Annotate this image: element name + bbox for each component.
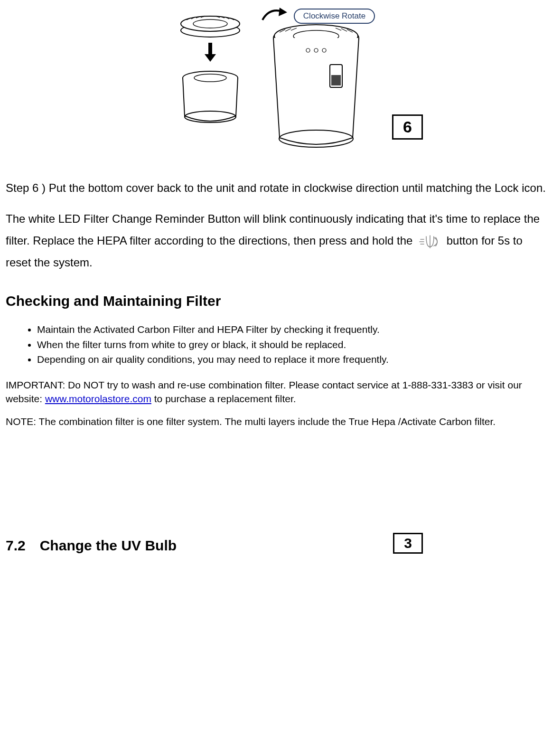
svg-point-14 bbox=[194, 74, 226, 82]
spacer bbox=[6, 438, 546, 533]
maintenance-bullet-list: Maintain the Activated Carbon Filter and… bbox=[6, 322, 546, 366]
svg-marker-12 bbox=[205, 54, 216, 62]
base-unit-icon bbox=[177, 69, 243, 126]
svg-rect-31 bbox=[331, 75, 341, 85]
lid-top-icon bbox=[177, 9, 243, 38]
step6-figure: Clockwise Rotate 6 bbox=[6, 5, 546, 161]
svg-point-2 bbox=[193, 19, 227, 28]
step-6-box: 6 bbox=[392, 114, 423, 140]
list-item: Maintain the Activated Carbon Filter and… bbox=[37, 322, 546, 336]
device-column: Clockwise Rotate bbox=[258, 5, 375, 161]
svg-rect-11 bbox=[208, 43, 212, 54]
lid-column bbox=[177, 5, 243, 161]
important-paragraph: IMPORTANT: Do NOT try to wash and re-use… bbox=[6, 378, 546, 406]
checking-maintaining-heading: Checking and Maintaining Filter bbox=[6, 293, 546, 309]
step6-paragraph: Step 6 ) Put the bottom cover back to th… bbox=[6, 180, 546, 196]
change-uv-bulb-heading: 7.2 Change the UV Bulb bbox=[6, 538, 177, 554]
down-arrow-icon bbox=[204, 42, 217, 66]
filter-reminder-paragraph: The white LED Filter Change Reminder But… bbox=[6, 208, 546, 273]
note-paragraph: NOTE: The combination filter is one filt… bbox=[6, 415, 546, 428]
page-number-box: 3 bbox=[393, 533, 423, 554]
website-link[interactable]: www.motorolastore.com bbox=[45, 393, 151, 404]
important-post: to purchase a replacement filter. bbox=[151, 393, 296, 404]
footer-row: 7.2 Change the UV Bulb 3 bbox=[6, 533, 546, 554]
svg-marker-16 bbox=[279, 8, 287, 16]
air-purifier-icon bbox=[266, 19, 366, 152]
list-item: When the filter turns from white to grey… bbox=[37, 338, 546, 351]
filter-reset-icon bbox=[419, 234, 440, 250]
list-item: Depending on air quality conditions, you… bbox=[37, 352, 546, 366]
